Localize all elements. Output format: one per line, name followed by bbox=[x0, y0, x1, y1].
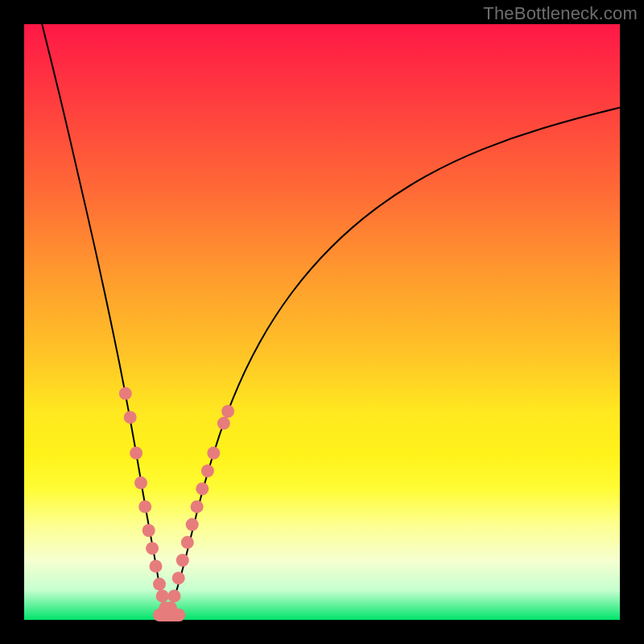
data-marker bbox=[119, 387, 132, 400]
data-marker bbox=[196, 482, 208, 495]
data-marker bbox=[150, 559, 163, 572]
watermark-text: TheBottleneck.com bbox=[483, 3, 638, 24]
data-marker bbox=[181, 536, 194, 549]
data-marker bbox=[191, 500, 204, 513]
data-marker bbox=[156, 589, 169, 602]
marker-group bbox=[119, 387, 234, 621]
bottleneck-curve bbox=[42, 24, 620, 615]
data-marker bbox=[207, 447, 220, 460]
chart-overlay bbox=[24, 24, 620, 620]
data-marker bbox=[153, 578, 166, 591]
data-marker bbox=[186, 518, 199, 531]
data-marker bbox=[124, 411, 137, 423]
data-marker bbox=[146, 542, 159, 555]
data-marker bbox=[172, 572, 185, 584]
chart-frame: TheBottleneck.com bbox=[0, 0, 644, 644]
data-marker bbox=[221, 405, 234, 418]
data-marker bbox=[134, 477, 147, 489]
data-marker bbox=[130, 447, 142, 460]
data-marker bbox=[164, 601, 177, 614]
data-marker bbox=[142, 524, 155, 537]
data-marker bbox=[138, 500, 151, 513]
data-marker bbox=[176, 554, 189, 567]
data-marker bbox=[217, 417, 230, 430]
data-marker bbox=[201, 464, 214, 477]
data-marker bbox=[168, 589, 181, 602]
